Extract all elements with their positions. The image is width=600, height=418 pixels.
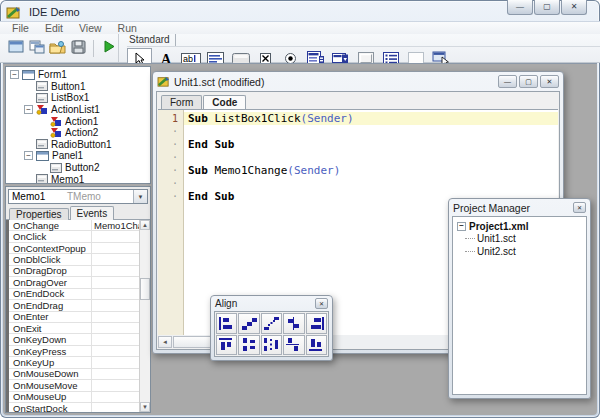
tree-node-memo1[interactable]: Memo1 (6, 173, 150, 184)
collapse-icon[interactable]: − (24, 151, 33, 160)
project-node-unit1-sct[interactable]: Unit1.sct (457, 233, 586, 246)
tree-node-panel1[interactable]: −Panel1 (6, 150, 150, 162)
event-row-onmousemove[interactable]: OnMouseMove (9, 380, 139, 391)
code-line-3[interactable]: End Sub (184, 138, 558, 151)
align-horizontal-centers-button[interactable] (238, 313, 259, 334)
tab-form[interactable]: Form (161, 95, 202, 109)
space-equally-horizontal-button[interactable] (261, 313, 282, 334)
project-node-unit2-sct[interactable]: Unit2.sct (457, 245, 586, 258)
project-manager-close-button[interactable]: ✕ (573, 202, 586, 213)
align-right-edges-button[interactable] (306, 313, 327, 334)
save-button[interactable] (69, 38, 87, 59)
project-manager-titlebar[interactable]: Project Manager ✕ (449, 199, 590, 216)
tree-node-form1[interactable]: −Form1 (6, 69, 150, 81)
palette-tab-standard[interactable]: Standard (127, 34, 176, 46)
menu-item-file[interactable]: File (4, 22, 37, 34)
event-value[interactable] (91, 312, 139, 322)
tab-code[interactable]: Code (203, 95, 246, 109)
new-form-button[interactable] (7, 38, 25, 59)
event-value[interactable] (91, 357, 139, 367)
event-value[interactable] (91, 231, 139, 241)
event-value[interactable] (91, 334, 139, 344)
event-row-onkeyup[interactable]: OnKeyUp (9, 357, 139, 368)
event-value[interactable] (91, 289, 139, 299)
event-row-onchange[interactable]: OnChangeMemo1Change (9, 220, 139, 231)
center-vertically-in-window-button[interactable] (283, 335, 304, 356)
event-row-onmouseup[interactable]: OnMouseUp (9, 392, 139, 403)
event-row-onstartdock[interactable]: OnStartDock (9, 403, 139, 412)
editor-maximize-button[interactable]: ▢ (519, 75, 538, 88)
project-node-root[interactable]: −Project1.xml (457, 220, 586, 233)
event-value[interactable] (91, 266, 139, 276)
run-button[interactable] (100, 38, 118, 59)
event-row-onkeydown[interactable]: OnKeyDown (9, 334, 139, 345)
editor-titlebar[interactable]: Unit1.sct (modified) — ▢ ✕ (153, 72, 563, 91)
minimize-button[interactable]: — (507, 0, 533, 15)
close-button[interactable]: ✕ (561, 0, 587, 15)
collapse-icon[interactable]: − (24, 105, 33, 114)
scroll-left-icon[interactable]: ◄ (158, 336, 172, 348)
align-close-button[interactable]: ✕ (315, 298, 328, 309)
events-scrollbar[interactable]: ▲ ▼ (139, 220, 150, 412)
object-selector-combo[interactable]: Memo1 TMemo ▼ (8, 189, 148, 204)
tab-events[interactable]: Events (70, 206, 115, 220)
tree-node-radiobutton1[interactable]: RadioButton1 (6, 139, 150, 151)
open-button[interactable] (49, 38, 67, 59)
toggle-form-unit-button[interactable] (28, 38, 46, 59)
event-row-onenddrag[interactable]: OnEndDrag (9, 300, 139, 311)
maximize-button[interactable]: ▢ (534, 0, 560, 15)
event-value[interactable] (91, 403, 139, 412)
space-equally-vertical-button[interactable] (261, 335, 282, 356)
collapse-icon[interactable]: − (457, 222, 466, 231)
align-top-edges-button[interactable] (216, 335, 237, 356)
combo-dropdown-button[interactable]: ▼ (133, 190, 147, 203)
code-line-1[interactable]: Sub ListBox1Click(Sender) (184, 112, 558, 125)
event-value[interactable] (91, 392, 139, 402)
event-row-onclick[interactable]: OnClick (9, 231, 139, 242)
menu-item-view[interactable]: View (71, 22, 110, 34)
event-value[interactable] (91, 323, 139, 333)
align-left-edges-button[interactable] (216, 313, 237, 334)
event-value[interactable] (91, 254, 139, 264)
event-row-ondblclick[interactable]: OnDblClick (9, 254, 139, 265)
event-value[interactable] (91, 277, 139, 287)
event-row-ondragover[interactable]: OnDragOver (9, 277, 139, 288)
event-row-onenter[interactable]: OnEnter (9, 312, 139, 323)
scroll-thumb[interactable] (140, 278, 150, 300)
app-titlebar[interactable]: IDE Demo — ▢ ✕ (0, 0, 600, 21)
event-value[interactable]: Memo1Change (91, 220, 139, 230)
tree-node-listbox1[interactable]: ListBox1 (6, 92, 150, 104)
event-row-oncontextpopup[interactable]: OnContextPopup (9, 243, 139, 254)
event-row-onenddock[interactable]: OnEndDock (9, 289, 139, 300)
event-value[interactable] (91, 243, 139, 253)
scroll-down-icon[interactable]: ▼ (140, 402, 150, 412)
align-titlebar[interactable]: Align ✕ (211, 296, 332, 311)
code-line-4[interactable] (184, 151, 558, 164)
event-value[interactable] (91, 369, 139, 379)
center-horizontally-in-window-button[interactable] (283, 313, 304, 334)
event-value[interactable] (91, 346, 139, 356)
event-row-onmousedown[interactable]: OnMouseDown (9, 369, 139, 380)
tab-properties[interactable]: Properties (9, 208, 69, 220)
event-row-onexit[interactable]: OnExit (9, 323, 139, 334)
menu-item-run[interactable]: Run (110, 22, 145, 34)
event-value[interactable] (91, 300, 139, 310)
tree-node-action1[interactable]: Action1 (6, 115, 150, 127)
event-row-ondragdrop[interactable]: OnDragDrop (9, 266, 139, 277)
event-row-onkeypress[interactable]: OnKeyPress (9, 346, 139, 357)
scroll-up-icon[interactable]: ▲ (140, 220, 150, 230)
code-line-2[interactable] (184, 125, 558, 138)
tree-node-button2[interactable]: Button2 (6, 162, 150, 174)
event-value[interactable] (91, 380, 139, 390)
code-line-5[interactable]: Sub Memo1Change(Sender) (184, 164, 558, 177)
collapse-icon[interactable]: − (10, 70, 19, 79)
tree-node-button1[interactable]: Button1 (6, 81, 150, 93)
align-bottom-edges-button[interactable] (306, 335, 327, 356)
tree-node-actionlist1[interactable]: −ActionList1 (6, 104, 150, 116)
editor-minimize-button[interactable]: — (498, 75, 517, 88)
tree-node-action2[interactable]: Action2 (6, 127, 150, 139)
editor-close-button[interactable]: ✕ (540, 75, 559, 88)
menu-item-edit[interactable]: Edit (37, 22, 71, 34)
align-vertical-centers-button[interactable] (238, 335, 259, 356)
code-line-6[interactable] (184, 177, 558, 190)
